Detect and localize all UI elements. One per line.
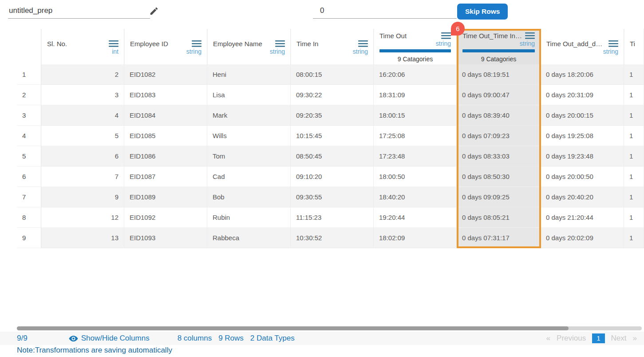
table-cell: 08:50:45 bbox=[291, 146, 374, 167]
show-hide-columns-button[interactable]: Show/Hide Columns bbox=[69, 334, 150, 343]
column-header-time-out-add-dura[interactable]: Time Out_add_dura...string bbox=[541, 29, 624, 64]
table-cell: 1 bbox=[624, 105, 644, 126]
column-header-employee-id[interactable]: Employee IDstring bbox=[124, 29, 207, 64]
table-cell: 6 bbox=[41, 146, 124, 167]
column-menu-icon[interactable] bbox=[192, 40, 201, 47]
table-cell: 0 days 08:19:51 bbox=[457, 64, 541, 85]
table-cell: Wills bbox=[207, 126, 291, 146]
table-cell: 09:20:35 bbox=[291, 105, 374, 126]
table-cell: Lisa bbox=[207, 85, 291, 105]
table-cell: Bob bbox=[207, 187, 291, 207]
table-cell: EID1093 bbox=[124, 228, 207, 248]
column-menu-icon[interactable] bbox=[358, 40, 368, 47]
category-distribution-bar bbox=[462, 49, 535, 52]
pagination: « Previous 1 Next » bbox=[546, 333, 637, 343]
row-index: 5 bbox=[17, 146, 41, 167]
table-cell: EID1089 bbox=[124, 187, 207, 207]
skip-rows-button[interactable]: Skip Rows bbox=[457, 4, 508, 20]
table-cell: 0 days 07:09:23 bbox=[457, 126, 541, 146]
table-cell: 4 bbox=[41, 105, 124, 126]
column-header-employee-name[interactable]: Employee Namestring bbox=[207, 29, 291, 64]
table-cell: 09:30:22 bbox=[291, 85, 374, 105]
column-header-time-in[interactable]: Time Instring bbox=[291, 29, 374, 64]
column-type-label: string bbox=[546, 48, 618, 55]
table-cell: 0 days 20:00:15 bbox=[541, 105, 624, 126]
table-cell: 18:00:50 bbox=[374, 167, 457, 187]
table-cell: 17:25:08 bbox=[374, 126, 457, 146]
table-cell: 0 days 08:05:21 bbox=[457, 207, 541, 228]
table-cell: 19:20:44 bbox=[374, 207, 457, 228]
column-header-top: Sl. No. bbox=[47, 40, 119, 48]
row-index: 8 bbox=[17, 207, 41, 228]
edit-pencil-icon[interactable] bbox=[149, 6, 159, 16]
table-cell: 09:30:55 bbox=[291, 187, 374, 207]
table-cell: Tom bbox=[207, 146, 291, 167]
column-menu-icon[interactable] bbox=[525, 32, 535, 39]
row-index: 4 bbox=[17, 126, 41, 146]
table-cell: 1 bbox=[624, 187, 644, 207]
table-cell: 0 days 09:09:25 bbox=[457, 187, 541, 207]
table-stats: 8 columns 9 Rows 2 Data Types bbox=[178, 334, 295, 343]
table-cell: EID1085 bbox=[124, 126, 207, 146]
category-count-label: 9 Catagories bbox=[379, 56, 451, 63]
columns-count-text: 8 columns bbox=[178, 334, 212, 343]
column-header-ti[interactable]: Ti bbox=[624, 29, 644, 64]
table-cell: 0 days 18:20:06 bbox=[541, 64, 624, 85]
column-header-time-out[interactable]: Time Outstring9 Catagories bbox=[374, 29, 457, 64]
row-index: 2 bbox=[17, 85, 41, 105]
row-index: 9 bbox=[17, 228, 41, 248]
column-type-label: string bbox=[462, 40, 535, 47]
column-title: Time Out bbox=[379, 32, 407, 40]
data-types-text: 2 Data Types bbox=[250, 334, 295, 343]
table-cell: 0 days 21:20:44 bbox=[541, 207, 624, 228]
column-header-top: Time Out_add_dura... bbox=[546, 40, 618, 48]
row-index: 1 bbox=[17, 64, 41, 85]
column-title: Time Out_add_dura... bbox=[546, 40, 606, 48]
table-cell: EID1087 bbox=[124, 167, 207, 187]
column-header-sl-no[interactable]: Sl. No.int bbox=[41, 29, 124, 64]
prep-name-input[interactable] bbox=[8, 4, 150, 19]
table-cell: 10:30:52 bbox=[291, 228, 374, 248]
transform-count-badge[interactable]: 6 bbox=[451, 22, 465, 36]
table-cell: 0 days 20:40:20 bbox=[541, 187, 624, 207]
table-cell: 0 days 08:39:40 bbox=[457, 105, 541, 126]
column-menu-icon[interactable] bbox=[109, 40, 119, 47]
horizontal-scrollbar-thumb[interactable] bbox=[17, 326, 569, 330]
table-cell: 0 days 20:02:09 bbox=[541, 228, 624, 248]
column-title: Employee Name bbox=[213, 40, 262, 48]
skip-rows-input[interactable] bbox=[313, 4, 457, 19]
column-header-top: Employee Name bbox=[213, 40, 285, 48]
table-cell: Rabbeca bbox=[207, 228, 291, 248]
next-page-arrow[interactable]: » bbox=[633, 334, 637, 343]
column-title: Employee ID bbox=[130, 40, 168, 48]
table-cell: 9 bbox=[41, 187, 124, 207]
index-column-header bbox=[17, 29, 41, 64]
table-cell: 1 bbox=[624, 85, 644, 105]
table-cell: 0 days 19:25:08 bbox=[541, 126, 624, 146]
table-cell: 10:15:45 bbox=[291, 126, 374, 146]
column-menu-icon[interactable] bbox=[608, 40, 618, 47]
current-page-button[interactable]: 1 bbox=[592, 333, 604, 343]
table-cell: 08:00:15 bbox=[291, 64, 374, 85]
next-page-button[interactable]: Next bbox=[611, 334, 627, 343]
rows-count-text: 9 Rows bbox=[218, 334, 244, 343]
column-menu-icon[interactable] bbox=[441, 32, 451, 39]
table-cell: Mark bbox=[207, 105, 291, 126]
table-cell: EID1083 bbox=[124, 85, 207, 105]
table-cell: 1 bbox=[624, 146, 644, 167]
table-cell: EID1092 bbox=[124, 207, 207, 228]
column-title: Ti bbox=[630, 40, 635, 48]
show-hide-columns-label: Show/Hide Columns bbox=[81, 334, 150, 343]
previous-page-arrow[interactable]: « bbox=[546, 334, 550, 343]
column-header-time-out-time-in[interactable]: Time Out_Time In_...string9 Catagories bbox=[457, 29, 541, 64]
data-grid: 6 Sl. No.intEmployee IDstringEmployee Na… bbox=[17, 29, 644, 248]
previous-page-button[interactable]: Previous bbox=[557, 334, 586, 343]
table-cell: 7 bbox=[41, 167, 124, 187]
column-title: Time In bbox=[296, 40, 318, 48]
category-count-label: 9 Catagories bbox=[462, 56, 535, 63]
column-menu-icon[interactable] bbox=[275, 40, 285, 47]
top-bar: Skip Rows bbox=[0, 0, 644, 29]
table-cell: 0 days 19:23:48 bbox=[541, 146, 624, 167]
column-title: Sl. No. bbox=[47, 40, 67, 48]
table-cell: 0 days 09:00:47 bbox=[457, 85, 541, 105]
